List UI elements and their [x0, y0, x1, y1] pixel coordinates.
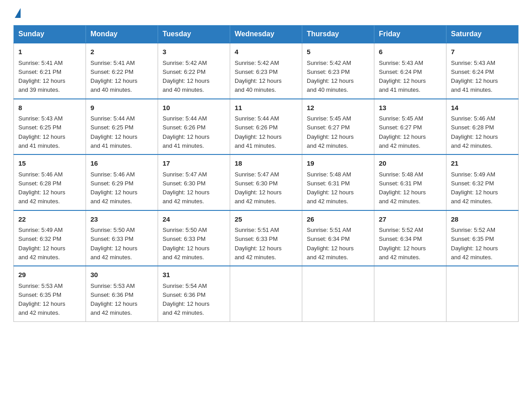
header-sunday: Sunday: [14, 26, 86, 43]
calendar-cell: 26 Sunrise: 5:51 AMSunset: 6:34 PMDaylig…: [302, 210, 374, 266]
day-number: 11: [235, 103, 297, 113]
calendar-cell: 6 Sunrise: 5:43 AMSunset: 6:24 PMDayligh…: [374, 43, 446, 99]
calendar-cell: 1 Sunrise: 5:41 AMSunset: 6:21 PMDayligh…: [14, 43, 86, 99]
page-header: [13, 9, 519, 16]
header-wednesday: Wednesday: [230, 26, 302, 43]
day-number: 7: [451, 47, 514, 57]
day-number: 17: [163, 158, 225, 169]
calendar-cell: 9 Sunrise: 5:44 AMSunset: 6:25 PMDayligh…: [86, 99, 158, 155]
calendar-cell: 24 Sunrise: 5:50 AMSunset: 6:33 PMDaylig…: [158, 210, 230, 266]
day-info: Sunrise: 5:42 AMSunset: 6:23 PMDaylight:…: [307, 60, 354, 94]
day-number: 1: [18, 47, 81, 57]
day-info: Sunrise: 5:52 AMSunset: 6:34 PMDaylight:…: [379, 227, 426, 261]
week-row-1: 1 Sunrise: 5:41 AMSunset: 6:21 PMDayligh…: [14, 43, 519, 99]
calendar-cell: 12 Sunrise: 5:45 AMSunset: 6:27 PMDaylig…: [302, 99, 374, 155]
header-friday: Friday: [374, 26, 446, 43]
day-number: 31: [163, 270, 225, 280]
calendar-cell: 3 Sunrise: 5:42 AMSunset: 6:22 PMDayligh…: [158, 43, 230, 99]
header-thursday: Thursday: [302, 26, 374, 43]
header-saturday: Saturday: [446, 26, 519, 43]
day-info: Sunrise: 5:49 AMSunset: 6:32 PMDaylight:…: [18, 227, 65, 261]
day-number: 28: [451, 214, 514, 225]
calendar-cell: 21 Sunrise: 5:49 AMSunset: 6:32 PMDaylig…: [446, 154, 519, 210]
day-info: Sunrise: 5:47 AMSunset: 6:30 PMDaylight:…: [163, 171, 210, 205]
calendar-cell: [374, 266, 446, 321]
day-info: Sunrise: 5:43 AMSunset: 6:24 PMDaylight:…: [451, 60, 498, 94]
calendar-cell: 28 Sunrise: 5:52 AMSunset: 6:35 PMDaylig…: [446, 210, 519, 266]
day-number: 23: [90, 214, 153, 225]
day-number: 18: [235, 158, 297, 169]
calendar-cell: 23 Sunrise: 5:50 AMSunset: 6:33 PMDaylig…: [86, 210, 158, 266]
day-info: Sunrise: 5:54 AMSunset: 6:36 PMDaylight:…: [163, 283, 210, 317]
calendar-cell: 8 Sunrise: 5:43 AMSunset: 6:25 PMDayligh…: [14, 99, 86, 155]
day-number: 22: [18, 214, 81, 225]
calendar-cell: 15 Sunrise: 5:46 AMSunset: 6:28 PMDaylig…: [14, 154, 86, 210]
day-info: Sunrise: 5:46 AMSunset: 6:28 PMDaylight:…: [18, 171, 65, 205]
calendar-cell: 27 Sunrise: 5:52 AMSunset: 6:34 PMDaylig…: [374, 210, 446, 266]
day-number: 9: [90, 103, 153, 113]
calendar-cell: [302, 266, 374, 321]
day-info: Sunrise: 5:53 AMSunset: 6:36 PMDaylight:…: [90, 283, 137, 317]
calendar-cell: 14 Sunrise: 5:46 AMSunset: 6:28 PMDaylig…: [446, 99, 519, 155]
week-row-4: 22 Sunrise: 5:49 AMSunset: 6:32 PMDaylig…: [14, 210, 519, 266]
calendar-cell: 20 Sunrise: 5:48 AMSunset: 6:31 PMDaylig…: [374, 154, 446, 210]
day-info: Sunrise: 5:42 AMSunset: 6:22 PMDaylight:…: [163, 60, 210, 94]
calendar-header-row: SundayMondayTuesdayWednesdayThursdayFrid…: [14, 26, 519, 43]
day-number: 19: [307, 158, 369, 169]
day-number: 10: [163, 103, 225, 113]
day-info: Sunrise: 5:52 AMSunset: 6:35 PMDaylight:…: [451, 227, 498, 261]
calendar-cell: 31 Sunrise: 5:54 AMSunset: 6:36 PMDaylig…: [158, 266, 230, 321]
day-number: 5: [307, 47, 369, 57]
day-number: 16: [90, 158, 153, 169]
day-number: 29: [18, 270, 81, 280]
day-info: Sunrise: 5:53 AMSunset: 6:35 PMDaylight:…: [18, 283, 65, 317]
day-number: 30: [90, 270, 153, 280]
calendar-cell: 10 Sunrise: 5:44 AMSunset: 6:26 PMDaylig…: [158, 99, 230, 155]
day-number: 12: [307, 103, 369, 113]
calendar-table: SundayMondayTuesdayWednesdayThursdayFrid…: [13, 25, 519, 322]
calendar-cell: 29 Sunrise: 5:53 AMSunset: 6:35 PMDaylig…: [14, 266, 86, 321]
day-info: Sunrise: 5:43 AMSunset: 6:24 PMDaylight:…: [379, 60, 426, 94]
day-info: Sunrise: 5:48 AMSunset: 6:31 PMDaylight:…: [379, 171, 426, 205]
day-info: Sunrise: 5:42 AMSunset: 6:23 PMDaylight:…: [235, 60, 282, 94]
calendar-cell: [446, 266, 519, 321]
day-info: Sunrise: 5:49 AMSunset: 6:32 PMDaylight:…: [451, 171, 498, 205]
calendar-cell: 16 Sunrise: 5:46 AMSunset: 6:29 PMDaylig…: [86, 154, 158, 210]
calendar-cell: 11 Sunrise: 5:44 AMSunset: 6:26 PMDaylig…: [230, 99, 302, 155]
day-number: 13: [379, 103, 442, 113]
day-number: 14: [451, 103, 514, 113]
calendar-cell: 13 Sunrise: 5:45 AMSunset: 6:27 PMDaylig…: [374, 99, 446, 155]
header-monday: Monday: [86, 26, 158, 43]
calendar-cell: 5 Sunrise: 5:42 AMSunset: 6:23 PMDayligh…: [302, 43, 374, 99]
day-info: Sunrise: 5:41 AMSunset: 6:21 PMDaylight:…: [18, 60, 65, 94]
calendar-cell: [230, 266, 302, 321]
day-info: Sunrise: 5:48 AMSunset: 6:31 PMDaylight:…: [307, 171, 354, 205]
day-number: 27: [379, 214, 442, 225]
day-info: Sunrise: 5:43 AMSunset: 6:25 PMDaylight:…: [18, 115, 65, 149]
day-number: 2: [90, 47, 153, 57]
week-row-2: 8 Sunrise: 5:43 AMSunset: 6:25 PMDayligh…: [14, 99, 519, 155]
day-info: Sunrise: 5:41 AMSunset: 6:22 PMDaylight:…: [90, 60, 137, 94]
day-info: Sunrise: 5:44 AMSunset: 6:25 PMDaylight:…: [90, 115, 137, 149]
day-info: Sunrise: 5:46 AMSunset: 6:28 PMDaylight:…: [451, 115, 498, 149]
day-number: 24: [163, 214, 225, 225]
day-info: Sunrise: 5:45 AMSunset: 6:27 PMDaylight:…: [307, 115, 354, 149]
calendar-cell: 25 Sunrise: 5:51 AMSunset: 6:33 PMDaylig…: [230, 210, 302, 266]
header-tuesday: Tuesday: [158, 26, 230, 43]
day-info: Sunrise: 5:45 AMSunset: 6:27 PMDaylight:…: [379, 115, 426, 149]
calendar-cell: 22 Sunrise: 5:49 AMSunset: 6:32 PMDaylig…: [14, 210, 86, 266]
day-info: Sunrise: 5:51 AMSunset: 6:33 PMDaylight:…: [235, 227, 282, 261]
day-info: Sunrise: 5:47 AMSunset: 6:30 PMDaylight:…: [235, 171, 282, 205]
day-number: 20: [379, 158, 442, 169]
day-number: 25: [235, 214, 297, 225]
calendar-cell: 4 Sunrise: 5:42 AMSunset: 6:23 PMDayligh…: [230, 43, 302, 99]
calendar-cell: 7 Sunrise: 5:43 AMSunset: 6:24 PMDayligh…: [446, 43, 519, 99]
day-number: 3: [163, 47, 225, 57]
calendar-cell: 19 Sunrise: 5:48 AMSunset: 6:31 PMDaylig…: [302, 154, 374, 210]
calendar-cell: 30 Sunrise: 5:53 AMSunset: 6:36 PMDaylig…: [86, 266, 158, 321]
day-info: Sunrise: 5:44 AMSunset: 6:26 PMDaylight:…: [163, 115, 210, 149]
day-number: 21: [451, 158, 514, 169]
calendar-cell: 17 Sunrise: 5:47 AMSunset: 6:30 PMDaylig…: [158, 154, 230, 210]
logo: [13, 9, 21, 16]
day-number: 6: [379, 47, 442, 57]
